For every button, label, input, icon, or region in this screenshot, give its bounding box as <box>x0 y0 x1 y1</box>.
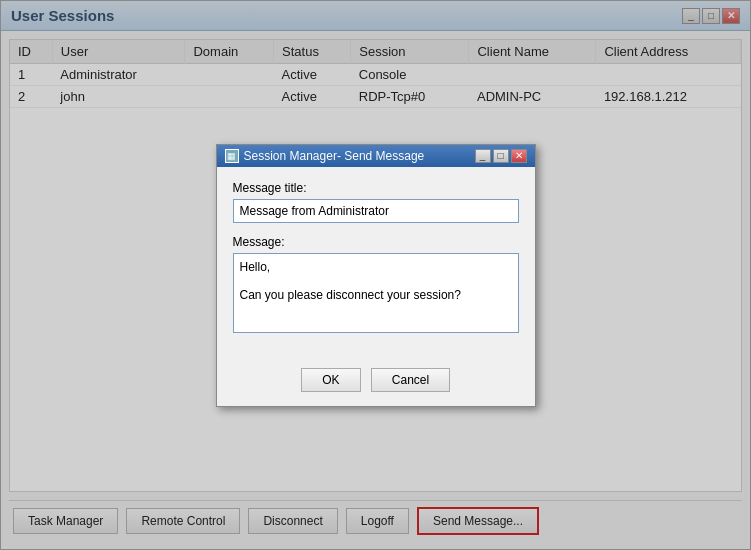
message-title-label: Message title: <box>233 181 519 195</box>
modal-overlay: ▦ Session Manager- Send Message _ □ ✕ Me… <box>0 0 751 550</box>
modal-minimize-button[interactable]: _ <box>475 149 491 163</box>
modal-close-button[interactable]: ✕ <box>511 149 527 163</box>
modal-title-left: ▦ Session Manager- Send Message <box>225 149 425 163</box>
modal-app-icon: ▦ <box>225 149 239 163</box>
message-label: Message: <box>233 235 519 249</box>
send-message-modal: ▦ Session Manager- Send Message _ □ ✕ Me… <box>216 144 536 407</box>
modal-icon-text: ▦ <box>227 151 236 161</box>
modal-controls: _ □ ✕ <box>475 149 527 163</box>
modal-footer: OK Cancel <box>217 360 535 406</box>
message-title-input[interactable] <box>233 199 519 223</box>
modal-restore-button[interactable]: □ <box>493 149 509 163</box>
modal-body: Message title: Message: <box>217 167 535 360</box>
ok-button[interactable]: OK <box>301 368 361 392</box>
message-textarea[interactable] <box>233 253 519 333</box>
cancel-button[interactable]: Cancel <box>371 368 450 392</box>
modal-titlebar: ▦ Session Manager- Send Message _ □ ✕ <box>217 145 535 167</box>
modal-title: Session Manager- Send Message <box>244 149 425 163</box>
